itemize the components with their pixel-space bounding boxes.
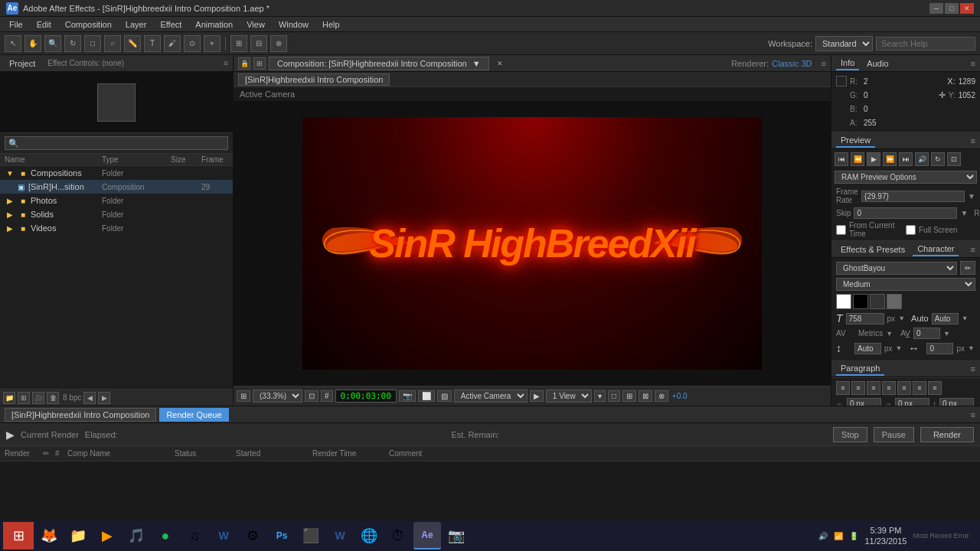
current-render-toggle[interactable]: ▶	[6, 429, 15, 441]
menu-edit[interactable]: Edit	[31, 18, 57, 31]
preview-audio-btn[interactable]: 🔊	[915, 152, 929, 166]
list-item[interactable]: ▼ ■ Compositions Folder	[0, 166, 233, 180]
region-render-btn[interactable]: ⊞	[237, 390, 250, 402]
font-dropdown[interactable]: GhostBayou	[836, 262, 957, 275]
close-button[interactable]: ✕	[960, 3, 974, 14]
comp-tab-dropdown[interactable]: ▼	[472, 59, 481, 68]
effects-panel-menu[interactable]: ≡	[971, 245, 975, 254]
view-btn[interactable]: ▾	[594, 390, 606, 402]
tool-zoom[interactable]: 🔍	[44, 35, 61, 52]
taskbar-camera[interactable]: 📷	[443, 522, 470, 549]
preview-play-btn[interactable]: ▶	[867, 152, 880, 166]
menu-layer[interactable]: Layer	[119, 18, 153, 31]
render-queue-tab[interactable]: Render Queue	[159, 408, 228, 422]
tracking-dropdown[interactable]: ▼	[943, 330, 950, 337]
bottom-panel-menu[interactable]: ≡	[971, 410, 975, 419]
effects-presets-tab[interactable]: Effects & Presets	[836, 243, 910, 256]
preview-last-btn[interactable]: ⏭	[899, 152, 913, 166]
menu-view[interactable]: View	[240, 18, 271, 31]
comp-btn4[interactable]: ⊠	[639, 390, 652, 402]
pause-button[interactable]: Pause	[874, 427, 914, 442]
new-comp-button[interactable]: ⊞	[18, 392, 30, 404]
taskbar-aftereffects[interactable]: Ae	[413, 522, 441, 549]
camera-dropdown[interactable]: Active Camera	[454, 390, 528, 403]
menu-effect[interactable]: Effect	[154, 18, 188, 31]
comp-icon[interactable]: ⊞	[253, 57, 266, 70]
taskbar-explorer[interactable]: 📁	[64, 522, 92, 549]
taskbar-cmd[interactable]: ⬛	[297, 522, 325, 549]
preview-settings-btn[interactable]: ⊡	[947, 152, 961, 166]
effect-controls-tab[interactable]: Effect Controls: (none)	[43, 57, 129, 69]
tool-pen[interactable]: ✏️	[124, 35, 141, 52]
tool-hand[interactable]: ✋	[24, 35, 41, 52]
composition-tab[interactable]: Composition: [SinR]Highbreedxii Intro Co…	[269, 57, 489, 70]
font-style-dropdown[interactable]: Medium	[836, 278, 975, 291]
paragraph-tab[interactable]: Paragraph	[836, 362, 884, 376]
taskbar-browser[interactable]: 🌐	[355, 522, 383, 549]
minimize-button[interactable]: ─	[929, 3, 943, 14]
comp-btn2[interactable]: □	[608, 390, 620, 402]
tool-stamp[interactable]: ⊙	[184, 35, 201, 52]
camera-btn[interactable]: ▶	[530, 390, 544, 402]
justify-left-button[interactable]: ≡	[882, 381, 896, 395]
kerning-dropdown[interactable]: ▼	[886, 330, 893, 337]
para-panel-menu[interactable]: ≡	[971, 364, 975, 373]
list-item[interactable]: ▶ ■ Videos Folder	[0, 221, 233, 235]
comp-btn3[interactable]: ⊞	[622, 390, 636, 402]
fit-btn[interactable]: ⊡	[305, 390, 318, 402]
preview-panel-menu[interactable]: ≡	[971, 136, 975, 145]
align-right-button[interactable]: ≡	[867, 381, 880, 395]
preview-prev-btn[interactable]: ⏪	[851, 152, 864, 166]
font-size-dropdown[interactable]: ▼	[898, 315, 905, 322]
tracking-input[interactable]	[913, 328, 940, 339]
tool-brush[interactable]: 🖌	[164, 35, 181, 52]
vert-scale-dropdown[interactable]: ▼	[896, 344, 903, 352]
taskbar-app4[interactable]: 🎵	[122, 522, 150, 549]
audio-tab[interactable]: Audio	[862, 57, 893, 70]
search-help-input[interactable]	[876, 37, 975, 51]
menu-composition[interactable]: Composition	[59, 18, 118, 31]
taskbar-vlc[interactable]: ▶	[93, 522, 121, 549]
stroke-color-swatch[interactable]	[853, 294, 868, 309]
full-screen-checkbox[interactable]	[906, 225, 916, 235]
frame-rate-dropdown[interactable]: ▼	[968, 192, 975, 201]
snapshot-btn[interactable]: 📷	[399, 390, 416, 402]
composition-tab-bottom[interactable]: [SinR]Highbreedxii Intro Composition	[5, 408, 156, 422]
fill-swatch2[interactable]	[870, 294, 885, 309]
tool-puppet[interactable]: ⌖	[204, 35, 220, 52]
menu-animation[interactable]: Animation	[189, 18, 239, 31]
vert-scale-input[interactable]	[854, 343, 881, 354]
new-folder-button[interactable]: 📁	[3, 392, 15, 404]
list-item[interactable]: ▶ ■ Photos Folder	[0, 194, 233, 207]
preview-tab[interactable]: Preview	[836, 134, 875, 148]
stop-button[interactable]: Stop	[833, 427, 867, 442]
auto-input[interactable]	[932, 313, 959, 324]
panel-close-icon[interactable]: ≡	[224, 59, 228, 67]
tool-snap[interactable]: ⊞	[230, 35, 247, 52]
skip-input[interactable]	[854, 207, 957, 219]
tool-rotate[interactable]: ↻	[64, 35, 81, 52]
comp-btn5[interactable]: ⊗	[655, 390, 668, 402]
render-button[interactable]: Render	[920, 427, 974, 442]
workspace-dropdown[interactable]: Standard	[815, 36, 873, 51]
align-left-button[interactable]: ≡	[836, 381, 850, 395]
zoom-dropdown[interactable]: (33.3%)	[253, 390, 302, 403]
tool-rect[interactable]: □	[84, 35, 101, 52]
project-tab[interactable]: Project	[5, 57, 40, 70]
taskbar-spotify[interactable]: ●	[152, 522, 179, 549]
justify-right-button[interactable]: ≡	[913, 381, 926, 395]
color-swatch[interactable]	[836, 76, 847, 86]
character-tab[interactable]: Character	[913, 243, 959, 256]
taskbar-app6[interactable]: ♫	[181, 522, 208, 549]
new-item-button[interactable]: 🎥	[32, 392, 44, 404]
para-extra-input[interactable]	[939, 398, 974, 406]
taskbar-clock[interactable]: ⏱	[384, 522, 412, 549]
delete-button[interactable]: 🗑	[47, 392, 59, 404]
list-item[interactable]: ▶ ■ Solids Folder	[0, 207, 233, 221]
tool-text[interactable]: T	[144, 35, 161, 52]
tool-ellipse[interactable]: ○	[104, 35, 121, 52]
skip-dropdown[interactable]: ▼	[960, 209, 968, 217]
info-panel-menu[interactable]: ≡	[971, 59, 975, 68]
arrow-right-button[interactable]: ▶	[98, 392, 110, 404]
taskbar-photoshop[interactable]: Ps	[268, 522, 296, 549]
